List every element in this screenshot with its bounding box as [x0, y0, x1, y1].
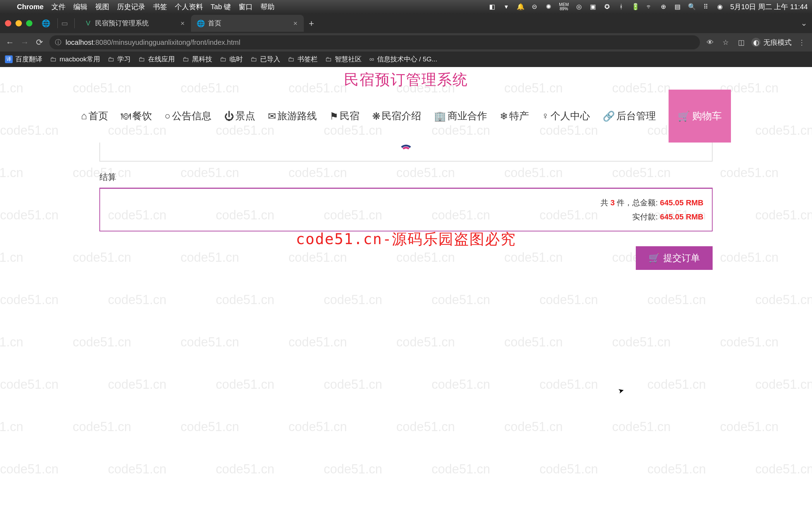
bookmarks-bar: 译百度翻译 🗀macbook常用 🗀学习 🗀在线应用 🗀黑科技 🗀临时 🗀已导入… [0, 52, 812, 67]
tray-icon-7[interactable]: ✪ [603, 3, 611, 11]
nav-biz[interactable]: 🏢商业合作 [434, 109, 487, 123]
bookmark-folder-7[interactable]: 🗀书签栏 [288, 55, 318, 64]
tray-icon-1[interactable]: ◧ [488, 3, 496, 11]
tray-wifi-icon[interactable]: ᯤ [646, 3, 653, 11]
spinner-icon [399, 145, 413, 159]
forward-button[interactable]: → [20, 37, 30, 47]
menu-profile[interactable]: 个人资料 [175, 2, 203, 12]
home-icon: ⌂ [81, 110, 87, 122]
tray-bluetooth-icon[interactable]: ᚼ [617, 3, 625, 11]
summary-prefix: 共 [601, 198, 610, 207]
browser-tab-1[interactable]: V 民宿预订管理系统 × [78, 15, 191, 32]
checkout-section-title: 结算 [99, 162, 713, 188]
watermark-banner: code51.cn-源码乐园盗图必究 [296, 229, 516, 249]
minimize-window-button[interactable] [16, 20, 22, 26]
bookmark-folder-8[interactable]: 🗀智慧社区 [325, 55, 362, 64]
menu-help[interactable]: 帮助 [260, 2, 275, 12]
separator [74, 18, 75, 28]
tray-icon-8[interactable]: ⊕ [660, 3, 668, 11]
site-info-icon[interactable]: ⓘ [55, 38, 61, 47]
menu-edit[interactable]: 编辑 [73, 2, 87, 12]
new-tab-button[interactable]: + [309, 18, 314, 29]
tray-battery-icon[interactable]: 🔋 [632, 3, 639, 11]
handoff-icon[interactable]: ▭ [61, 19, 68, 28]
menu-window[interactable]: 窗口 [239, 2, 253, 12]
menubar-clock[interactable]: 5月10日 周二 上午 11:44 [730, 2, 808, 12]
menubar-app[interactable]: Chrome [17, 3, 44, 11]
nav-admin[interactable]: 🔗后台管理 [603, 109, 656, 123]
bookmark-folder-1[interactable]: 🗀macbook常用 [50, 55, 100, 64]
food-icon: 🍽 [121, 110, 131, 122]
kebab-menu-icon[interactable]: ⋮ [796, 38, 807, 47]
bookmark-translate[interactable]: 译百度翻译 [5, 55, 42, 64]
nav-spot[interactable]: ⏻景点 [224, 109, 255, 123]
tray-mem-monitor[interactable]: MEM89% [559, 2, 569, 11]
close-window-button[interactable] [5, 20, 11, 26]
site-title: 民宿预订管理系统 [0, 67, 812, 90]
menu-tab[interactable]: Tab 键 [211, 2, 231, 12]
nav-personal[interactable]: ♀个人中心 [542, 109, 590, 123]
menu-history[interactable]: 历史记录 [117, 2, 145, 12]
tray-notification-icon[interactable]: 🔔 [517, 3, 524, 11]
menu-bookmarks[interactable]: 书签 [153, 2, 167, 12]
order-summary: 共 3 件，总金额: 645.05 RMB 实付款: 645.05 RMB [99, 188, 713, 231]
incognito-indicator-icon: 🌐 [42, 19, 50, 28]
bookmark-folder-6[interactable]: 🗀已导入 [251, 55, 280, 64]
folder-icon: 🗀 [325, 55, 332, 63]
lodge-icon: ⚑ [330, 110, 338, 122]
tray-control-center-icon[interactable]: ⠿ [702, 3, 710, 11]
nav-lodge[interactable]: ⚑民宿 [330, 109, 359, 123]
submit-label: 提交订单 [663, 252, 700, 264]
star-bookmark-icon[interactable]: ☆ [720, 38, 731, 47]
link-icon: 🔗 [603, 110, 615, 122]
tray-icon-2[interactable]: ▾ [503, 3, 510, 11]
nav-food[interactable]: 🍽餐饮 [121, 109, 152, 123]
tray-siri-icon[interactable]: ◉ [716, 3, 724, 11]
summary-total: 645.05 RMB [660, 198, 703, 207]
nav-home[interactable]: ⌂首页 [81, 109, 108, 123]
main-nav: ⌂首页 🍽餐饮 ○公告信息 ⏻景点 ✉旅游路线 ⚑民宿 ❋民宿介绍 🏢商业合作 … [0, 90, 812, 143]
maximize-window-button[interactable] [26, 20, 32, 26]
bookmark-folder-2[interactable]: 🗀学习 [108, 55, 131, 64]
bookmark-link-9[interactable]: ∞信息技术中心 / 5G... [369, 55, 437, 64]
close-tab-icon[interactable]: × [180, 19, 185, 28]
tray-icon-9[interactable]: ▤ [674, 3, 682, 11]
submit-order-button[interactable]: 🛒 提交订单 [636, 246, 713, 270]
tray-icon-3[interactable]: ⊝ [531, 3, 539, 11]
side-panel-icon[interactable]: ◫ [736, 38, 746, 47]
bookmark-folder-4[interactable]: 🗀黑科技 [183, 55, 212, 64]
menu-file[interactable]: 文件 [51, 2, 66, 12]
biz-icon: 🏢 [434, 110, 446, 122]
tray-icon-5[interactable]: ◎ [575, 3, 583, 11]
menu-view[interactable]: 视图 [95, 2, 109, 12]
vue-favicon: V [85, 20, 92, 27]
nav-spec[interactable]: ❄特产 [500, 109, 529, 123]
summary-mid: 件，总金额: [615, 198, 660, 207]
nav-intro[interactable]: ❋民宿介绍 [372, 109, 421, 123]
close-tab-icon[interactable]: × [293, 19, 297, 28]
tray-icon-4[interactable]: ✺ [545, 3, 553, 11]
loading-placeholder [99, 143, 713, 162]
summary-pay-label: 实付款: [632, 212, 660, 221]
cart-icon: 🛒 [648, 253, 660, 264]
nav-notice[interactable]: ○公告信息 [165, 109, 211, 123]
folder-icon: 🗀 [139, 55, 145, 63]
bookmark-folder-5[interactable]: 🗀临时 [220, 55, 243, 64]
url-host: localhost [66, 38, 93, 47]
nav-cart[interactable]: 🛒购物车 [669, 90, 731, 143]
browser-tab-2[interactable]: 🌐 首页 × [191, 15, 304, 32]
tray-icon-6[interactable]: ▣ [589, 3, 597, 11]
reload-button[interactable]: ⟳ [35, 37, 44, 47]
address-bar-row: ← → ⟳ ⓘ localhost:8080/minsuyudingguanli… [0, 33, 812, 52]
tab-overflow-icon[interactable]: ⌄ [801, 19, 807, 28]
back-button[interactable]: ← [5, 37, 15, 47]
user-icon: ♀ [542, 110, 549, 122]
tray-search-icon[interactable]: 🔍 [688, 3, 696, 11]
address-bar[interactable]: ⓘ localhost:8080/minsuyudingguanlixitong… [49, 35, 700, 49]
nav-route[interactable]: ✉旅游路线 [268, 109, 317, 123]
eye-off-icon[interactable]: 👁 [705, 38, 715, 47]
incognito-badge[interactable]: ◐ 无痕模式 [751, 38, 792, 47]
bookmark-folder-3[interactable]: 🗀在线应用 [139, 55, 175, 64]
window-controls [5, 20, 32, 26]
url-port: :8080 [93, 38, 111, 47]
